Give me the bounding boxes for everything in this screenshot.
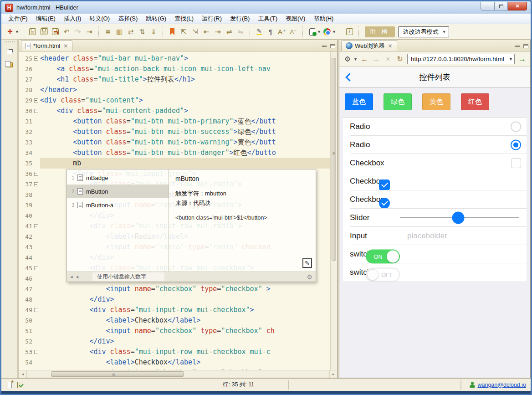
panel-maximize-icon[interactable] <box>523 44 528 48</box>
color-button-4[interactable]: 红色 <box>461 93 489 110</box>
menu-item-2[interactable]: 编辑(E) <box>32 14 60 24</box>
new-file-dropdown-icon[interactable]: ▼ <box>15 30 19 34</box>
hscroll-left-arrow-icon[interactable]: ◂ <box>19 370 27 378</box>
font-increase-icon[interactable]: A⁺ <box>277 27 287 37</box>
fold-marker-icon[interactable] <box>34 56 38 61</box>
edit-snippet-icon[interactable]: ✎ <box>302 258 312 268</box>
menu-item-11[interactable]: 视图(V) <box>281 14 309 24</box>
menu-item-4[interactable]: 转义(O) <box>85 14 114 24</box>
pager-arrows-icon[interactable]: ◂ ▸ <box>70 274 81 280</box>
fold-marker-icon[interactable] <box>34 98 38 103</box>
browser-refresh-icon[interactable]: ↻ <box>395 55 404 63</box>
panel-minimize-icon[interactable] <box>322 46 327 47</box>
browser-tab-close-icon[interactable]: ✕ <box>388 43 393 49</box>
menu-item-6[interactable]: 跳转(G) <box>142 14 170 24</box>
indent-right-icon[interactable]: ⇥ <box>213 27 223 37</box>
move-line-up-icon[interactable]: ⇅ <box>137 27 147 37</box>
input-placeholder[interactable]: placeholder <box>407 231 447 241</box>
fold-marker-icon[interactable] <box>34 109 38 113</box>
menu-item-1[interactable]: 文件(F) <box>4 14 32 24</box>
slider-track[interactable] <box>400 217 519 218</box>
fold-marker-icon[interactable] <box>34 224 38 228</box>
cb-off-control[interactable] <box>511 158 521 168</box>
autocomplete-item-mButton-a[interactable]: 3mButton-a <box>67 198 169 212</box>
title-bar[interactable]: H hw/form.html - HBuilder — ✕ <box>1 1 531 14</box>
inline-tag-icon[interactable]: ⇄ <box>126 27 136 37</box>
url-text[interactable]: http://127.0.0.1:8020/hw/form.html <box>411 56 509 62</box>
run-browser-chrome-icon[interactable] <box>322 27 332 37</box>
url-bar[interactable]: http://127.0.0.1:8020/hw/form.html ▼ <box>407 54 515 64</box>
edit-view-mode-select[interactable]: 边改边看模式▼ <box>398 26 449 37</box>
menu-item-8[interactable]: 运行(R) <box>198 14 226 24</box>
hscroll-right-arrow-icon[interactable]: ▸ <box>329 370 337 378</box>
run-device-icon[interactable] <box>307 27 317 37</box>
browser-forward-icon[interactable]: → <box>372 55 381 63</box>
editor-vertical-scrollbar[interactable] <box>330 51 337 370</box>
maximize-button[interactable] <box>494 2 508 10</box>
validation-icon[interactable] <box>16 381 24 389</box>
browser-settings-gear-icon[interactable]: ⚙ <box>343 55 352 63</box>
menu-item-12[interactable]: 帮助(H) <box>309 14 338 24</box>
new-file-icon[interactable]: + <box>5 27 15 37</box>
code-editor[interactable]: 25<header class="mui-bar mui-bar-nav">26… <box>19 51 330 370</box>
browser-stop-icon[interactable]: × <box>384 55 393 63</box>
info-icon[interactable]: i <box>344 27 354 37</box>
font-decrease-icon[interactable]: A⁻ <box>288 27 298 37</box>
list-format-icon[interactable]: ≣ <box>103 27 113 37</box>
close-button[interactable]: ✕ <box>508 2 527 10</box>
swap-view-icon[interactable]: ⇌ <box>224 27 234 37</box>
switch-toggle-on[interactable]: ON <box>366 249 400 263</box>
url-history-dropdown-icon[interactable]: ▼ <box>509 57 512 62</box>
hscroll-thumb[interactable] <box>51 371 184 377</box>
radio-off-control[interactable] <box>511 122 521 132</box>
color-button-2[interactable]: 绿色 <box>384 93 412 110</box>
tab-close-icon[interactable]: ✕ <box>63 43 68 49</box>
hscroll-track[interactable] <box>27 370 329 378</box>
move-line-down-icon[interactable]: ⇓ <box>148 27 159 37</box>
color-button-1[interactable]: 蓝色 <box>345 93 373 110</box>
save-as-icon[interactable] <box>50 27 60 37</box>
autocomplete-item-mButton[interactable]: 2mButton <box>67 185 169 198</box>
vscroll-thumb[interactable] <box>332 58 336 261</box>
wrap-tag-icon[interactable]: ▥ <box>114 27 124 37</box>
fold-marker-icon[interactable] <box>34 172 38 176</box>
bookmark-icon[interactable] <box>167 27 177 37</box>
cb-sq-control[interactable] <box>379 180 390 190</box>
account-link[interactable]: wangan@dcloud.io <box>477 382 526 388</box>
browser-go-icon[interactable]: → <box>517 54 527 64</box>
panel-maximize-icon[interactable] <box>330 44 335 48</box>
save-all-icon[interactable] <box>39 27 49 37</box>
project-explorer-icon[interactable] <box>5 61 14 69</box>
pilcrow-icon[interactable]: ¶ <box>266 27 276 37</box>
radio-on-control[interactable] <box>511 140 521 150</box>
feedback-button[interactable]: 吐 槽 <box>365 26 395 37</box>
menu-item-7[interactable]: 查找(L) <box>170 14 198 24</box>
redo-icon[interactable]: ↷ <box>73 27 83 37</box>
run-browser-dropdown-icon[interactable]: ▼ <box>332 30 336 34</box>
fold-marker-icon[interactable] <box>34 182 38 186</box>
browser-back-icon[interactable]: ← <box>360 55 369 63</box>
popup-settings-gear-icon[interactable]: ⚙ <box>307 273 312 281</box>
next-bookmark-icon[interactable]: ⇲ <box>190 27 200 37</box>
autocomplete-item-mBadge[interactable]: 1mBadge <box>67 171 169 185</box>
panel-minimize-icon[interactable] <box>515 46 520 47</box>
fold-marker-icon[interactable] <box>34 308 38 312</box>
restore-panes-icon[interactable] <box>5 48 14 56</box>
switch-toggle-off[interactable]: OFF <box>366 267 400 282</box>
editor-horizontal-scrollbar[interactable]: ◂ ▸ <box>19 370 337 378</box>
undo-icon[interactable]: ↶ <box>61 27 72 37</box>
save-icon[interactable] <box>27 27 37 37</box>
slider-thumb[interactable] <box>452 212 465 224</box>
browser-settings-dropdown-icon[interactable]: ▼ <box>353 57 357 62</box>
menu-item-9[interactable]: 发行(B) <box>226 14 254 24</box>
menu-item-10[interactable]: 工具(T) <box>254 14 281 24</box>
indent-left-icon[interactable]: ⇤ <box>201 27 211 37</box>
color-button-3[interactable]: 黄色 <box>422 93 450 110</box>
highlight-pen-icon[interactable]: ✎ <box>254 27 264 37</box>
menu-item-5[interactable]: 选择(S) <box>114 14 142 24</box>
run-device-dropdown-icon[interactable]: ▼ <box>317 30 321 34</box>
prev-bookmark-icon[interactable]: ⇱ <box>179 27 189 37</box>
tab-form-html[interactable]: <> *form.html ✕ <box>21 40 72 51</box>
swap-view-disabled-icon[interactable]: ⇋ <box>235 27 246 37</box>
menu-item-3[interactable]: 插入(I) <box>60 14 85 24</box>
